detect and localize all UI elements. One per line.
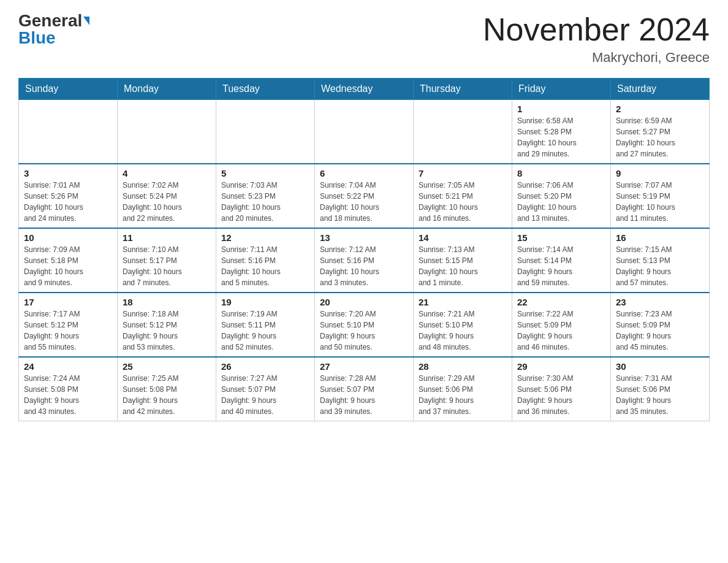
day-info: Sunrise: 7:11 AMSunset: 5:16 PMDaylight:… [221, 244, 309, 288]
day-info: Sunrise: 7:18 AMSunset: 5:12 PMDaylight:… [123, 308, 211, 353]
day-info: Sunrise: 6:59 AMSunset: 5:27 PMDaylight:… [616, 115, 704, 159]
day-info: Sunrise: 7:31 AMSunset: 5:06 PMDaylight:… [616, 373, 704, 417]
calendar-cell: 27Sunrise: 7:28 AMSunset: 5:07 PMDayligh… [315, 357, 414, 421]
day-info: Sunrise: 7:03 AMSunset: 5:23 PMDaylight:… [221, 180, 309, 224]
day-info: Sunrise: 7:10 AMSunset: 5:17 PMDaylight:… [123, 244, 211, 288]
day-number: 28 [419, 361, 507, 372]
day-info: Sunrise: 7:20 AMSunset: 5:10 PMDaylight:… [320, 308, 408, 353]
day-number: 3 [24, 168, 112, 178]
day-info: Sunrise: 7:29 AMSunset: 5:06 PMDaylight:… [419, 373, 507, 417]
day-info: Sunrise: 7:23 AMSunset: 5:09 PMDaylight:… [616, 308, 704, 353]
day-info: Sunrise: 7:15 AMSunset: 5:13 PMDaylight:… [616, 244, 704, 288]
day-info: Sunrise: 7:28 AMSunset: 5:07 PMDaylight:… [320, 373, 408, 417]
weekday-header-monday: Monday [118, 79, 216, 100]
calendar-cell [19, 100, 118, 164]
page-header: General Blue November 2024 Makrychori, G… [18, 12, 710, 66]
calendar-cell: 15Sunrise: 7:14 AMSunset: 5:14 PMDayligh… [512, 228, 611, 293]
day-info: Sunrise: 7:19 AMSunset: 5:11 PMDaylight:… [221, 308, 309, 353]
day-number: 13 [320, 232, 408, 243]
calendar-cell: 28Sunrise: 7:29 AMSunset: 5:06 PMDayligh… [414, 357, 512, 421]
calendar-week-row-2: 3Sunrise: 7:01 AMSunset: 5:26 PMDaylight… [19, 164, 710, 228]
day-info: Sunrise: 7:02 AMSunset: 5:24 PMDaylight:… [123, 180, 211, 224]
month-title: November 2024 [483, 12, 710, 47]
calendar-week-row-4: 17Sunrise: 7:17 AMSunset: 5:12 PMDayligh… [19, 293, 710, 357]
calendar-cell: 13Sunrise: 7:12 AMSunset: 5:16 PMDayligh… [315, 228, 414, 293]
day-info: Sunrise: 7:05 AMSunset: 5:21 PMDaylight:… [419, 180, 507, 224]
logo-general-text: General [18, 12, 82, 29]
calendar-week-row-3: 10Sunrise: 7:09 AMSunset: 5:18 PMDayligh… [19, 228, 710, 293]
day-number: 26 [221, 361, 309, 372]
day-number: 9 [616, 168, 704, 178]
day-info: Sunrise: 7:04 AMSunset: 5:22 PMDaylight:… [320, 180, 408, 224]
calendar-cell: 11Sunrise: 7:10 AMSunset: 5:17 PMDayligh… [118, 228, 216, 293]
day-info: Sunrise: 7:27 AMSunset: 5:07 PMDaylight:… [221, 373, 309, 417]
day-number: 24 [24, 361, 112, 372]
calendar-week-row-1: 1Sunrise: 6:58 AMSunset: 5:28 PMDaylight… [19, 100, 710, 164]
day-number: 30 [616, 361, 704, 372]
logo: General Blue [18, 12, 89, 47]
weekday-header-sunday: Sunday [19, 79, 118, 100]
calendar-cell: 5Sunrise: 7:03 AMSunset: 5:23 PMDaylight… [216, 164, 315, 228]
calendar-week-row-5: 24Sunrise: 7:24 AMSunset: 5:08 PMDayligh… [19, 357, 710, 421]
calendar-cell: 18Sunrise: 7:18 AMSunset: 5:12 PMDayligh… [118, 293, 216, 357]
day-number: 4 [123, 168, 211, 178]
day-info: Sunrise: 7:25 AMSunset: 5:08 PMDaylight:… [123, 373, 211, 417]
day-info: Sunrise: 7:21 AMSunset: 5:10 PMDaylight:… [419, 308, 507, 353]
calendar-cell: 21Sunrise: 7:21 AMSunset: 5:10 PMDayligh… [414, 293, 512, 357]
day-number: 14 [419, 232, 507, 243]
day-number: 2 [616, 104, 704, 114]
day-info: Sunrise: 7:09 AMSunset: 5:18 PMDaylight:… [24, 244, 112, 288]
day-number: 16 [616, 232, 704, 243]
calendar-cell: 22Sunrise: 7:22 AMSunset: 5:09 PMDayligh… [512, 293, 611, 357]
calendar-table: SundayMondayTuesdayWednesdayThursdayFrid… [18, 78, 710, 421]
day-number: 1 [517, 104, 605, 114]
weekday-header-wednesday: Wednesday [315, 79, 414, 100]
day-number: 15 [517, 232, 605, 243]
day-number: 12 [221, 232, 309, 243]
day-number: 23 [616, 297, 704, 307]
calendar-cell: 6Sunrise: 7:04 AMSunset: 5:22 PMDaylight… [315, 164, 414, 228]
day-info: Sunrise: 7:12 AMSunset: 5:16 PMDaylight:… [320, 244, 408, 288]
calendar-cell: 10Sunrise: 7:09 AMSunset: 5:18 PMDayligh… [19, 228, 118, 293]
day-number: 17 [24, 297, 112, 307]
calendar-cell: 7Sunrise: 7:05 AMSunset: 5:21 PMDaylight… [414, 164, 512, 228]
day-info: Sunrise: 7:07 AMSunset: 5:19 PMDaylight:… [616, 180, 704, 224]
day-info: Sunrise: 7:06 AMSunset: 5:20 PMDaylight:… [517, 180, 605, 224]
calendar-cell: 14Sunrise: 7:13 AMSunset: 5:15 PMDayligh… [414, 228, 512, 293]
day-number: 10 [24, 232, 112, 243]
day-number: 25 [123, 361, 211, 372]
weekday-header-friday: Friday [512, 79, 611, 100]
calendar-cell: 23Sunrise: 7:23 AMSunset: 5:09 PMDayligh… [611, 293, 710, 357]
calendar-cell: 20Sunrise: 7:20 AMSunset: 5:10 PMDayligh… [315, 293, 414, 357]
day-info: Sunrise: 7:17 AMSunset: 5:12 PMDaylight:… [24, 308, 112, 353]
calendar-cell: 1Sunrise: 6:58 AMSunset: 5:28 PMDaylight… [512, 100, 611, 164]
calendar-cell: 29Sunrise: 7:30 AMSunset: 5:06 PMDayligh… [512, 357, 611, 421]
day-info: Sunrise: 7:30 AMSunset: 5:06 PMDaylight:… [517, 373, 605, 417]
day-number: 19 [221, 297, 309, 307]
calendar-cell: 25Sunrise: 7:25 AMSunset: 5:08 PMDayligh… [118, 357, 216, 421]
calendar-cell: 8Sunrise: 7:06 AMSunset: 5:20 PMDaylight… [512, 164, 611, 228]
calendar-cell: 9Sunrise: 7:07 AMSunset: 5:19 PMDaylight… [611, 164, 710, 228]
day-info: Sunrise: 7:01 AMSunset: 5:26 PMDaylight:… [24, 180, 112, 224]
calendar-cell: 19Sunrise: 7:19 AMSunset: 5:11 PMDayligh… [216, 293, 315, 357]
calendar-cell [118, 100, 216, 164]
day-number: 8 [517, 168, 605, 178]
logo-blue-text: Blue [18, 29, 56, 47]
day-number: 6 [320, 168, 408, 178]
day-info: Sunrise: 7:22 AMSunset: 5:09 PMDaylight:… [517, 308, 605, 353]
calendar-header-row: SundayMondayTuesdayWednesdayThursdayFrid… [19, 79, 710, 100]
calendar-cell: 24Sunrise: 7:24 AMSunset: 5:08 PMDayligh… [19, 357, 118, 421]
logo-arrow-icon [83, 17, 89, 25]
calendar-cell [216, 100, 315, 164]
day-number: 29 [517, 361, 605, 372]
day-number: 18 [123, 297, 211, 307]
day-number: 11 [123, 232, 211, 243]
weekday-header-saturday: Saturday [611, 79, 710, 100]
calendar-cell: 12Sunrise: 7:11 AMSunset: 5:16 PMDayligh… [216, 228, 315, 293]
weekday-header-thursday: Thursday [414, 79, 512, 100]
calendar-cell: 30Sunrise: 7:31 AMSunset: 5:06 PMDayligh… [611, 357, 710, 421]
day-number: 7 [419, 168, 507, 178]
day-number: 22 [517, 297, 605, 307]
location-subtitle: Makrychori, Greece [483, 50, 710, 66]
day-number: 27 [320, 361, 408, 372]
